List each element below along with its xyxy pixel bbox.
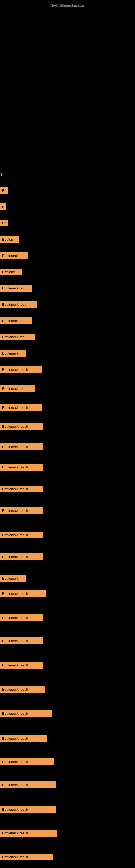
bottleneck-item: Bottleneck result	[0, 443, 43, 450]
bottleneck-item: Bottleneck res	[0, 385, 35, 392]
site-title: TheBottlenecker.com	[0, 1, 135, 10]
bottleneck-item: Bottleneck r	[0, 252, 28, 259]
bottleneck-item: Bottleneck result	[0, 758, 54, 765]
bottleneck-item: Bottleneck result	[0, 710, 52, 717]
bottleneck-item: Bottleneck result	[0, 507, 43, 514]
bottleneck-item: Bottlene	[0, 269, 22, 275]
bottleneck-item: Bottleneck result	[0, 854, 53, 860]
bottleneck-item: Bottleneck result	[0, 806, 56, 813]
bottleneck-item: Bottleneck result	[0, 366, 42, 373]
bottleneck-item: Bottleneck result	[0, 735, 47, 742]
bottleneck-item: Bottleneck re	[0, 317, 32, 324]
bottleneck-item: Bottleneck result	[0, 553, 43, 560]
bottleneck-item: Bottleneck result	[0, 532, 43, 538]
bottleneck-item: Bottleneck	[0, 575, 26, 582]
bottleneck-item: Bottleneck res	[0, 334, 35, 340]
bottleneck-item: Bottleneck result	[0, 464, 43, 471]
bottleneck-item: Bottleneck result	[0, 638, 43, 644]
label-item: |	[0, 171, 3, 177]
bottleneck-item: E	[0, 204, 6, 210]
bottleneck-item: Bottleneck	[0, 350, 26, 357]
bottleneck-item: Bottleneck result	[0, 662, 43, 669]
bottleneck-item: Bottleneck result	[0, 614, 43, 621]
bottleneck-item: Bottleneck result	[0, 830, 57, 837]
bottleneck-item: Bottleneck resu	[0, 301, 37, 308]
bottleneck-item: Bottlen	[0, 236, 19, 243]
bottleneck-item: Bottleneck result	[0, 404, 42, 411]
bottleneck-item: Bottleneck result	[0, 686, 45, 693]
bottleneck-item: B4	[0, 220, 8, 226]
bottleneck-item: Bottleneck result	[0, 590, 46, 597]
bottleneck-item: Bottleneck result	[0, 781, 56, 788]
bottleneck-item: B4	[0, 187, 8, 194]
bottleneck-item: Bottleneck result	[0, 486, 43, 492]
bottleneck-item: Bottleneck re	[0, 285, 32, 291]
bottleneck-item: Bottleneck result	[0, 423, 43, 430]
